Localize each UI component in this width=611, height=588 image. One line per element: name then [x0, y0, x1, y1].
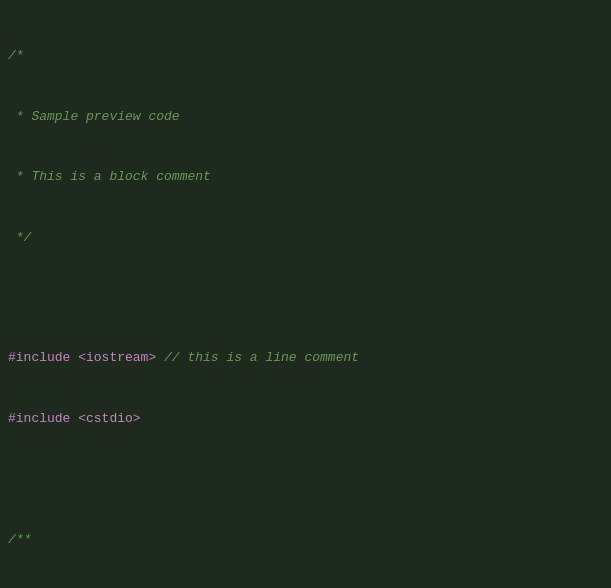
line-9: /** — [8, 530, 603, 550]
line-7: #include <cstdio> — [8, 409, 603, 429]
line-5 — [8, 288, 603, 308]
line-8 — [8, 469, 603, 489]
line-6: #include <iostream> // this is a line co… — [8, 348, 603, 368]
include-iostream-directive: #include <iostream> — [8, 350, 156, 365]
code-editor: /* * Sample preview code * This is a blo… — [0, 0, 611, 588]
include-cstdio-directive: #include <cstdio> — [8, 411, 141, 426]
line-4: */ — [8, 228, 603, 248]
line-1: /* — [8, 46, 603, 66]
line-comment-1: // this is a line comment — [156, 350, 359, 365]
line-2: * Sample preview code — [8, 107, 603, 127]
line-3: * This is a block comment — [8, 167, 603, 187]
